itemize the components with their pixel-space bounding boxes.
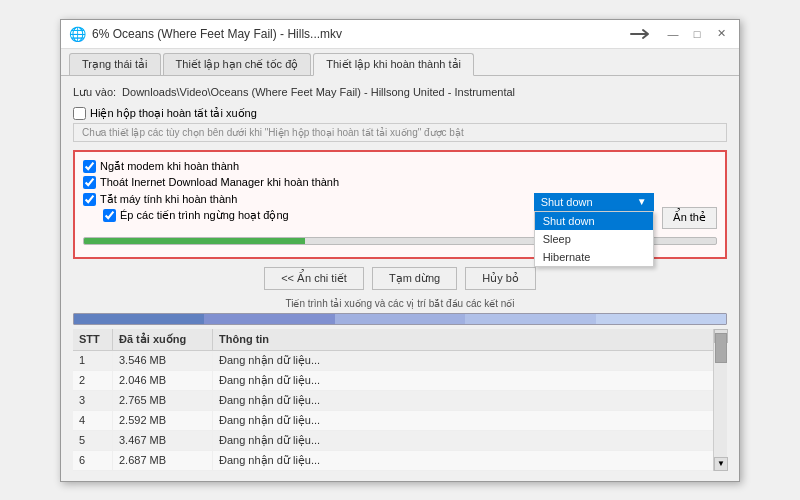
cell-downloaded: 3.467 MB (113, 431, 213, 450)
app-icon: 🌐 (69, 26, 86, 42)
tab-content: Lưu vào: Downloads\Video\Oceans (Where F… (61, 76, 739, 481)
tab-speed-limit[interactable]: Thiết lập hạn chế tốc độ (163, 53, 312, 75)
cell-info: Đang nhận dữ liệu... (213, 391, 713, 410)
dropdown-arrow-icon: ▼ (637, 196, 647, 207)
table-row: 5 3.467 MB Đang nhận dữ liệu... (73, 431, 713, 451)
cell-info: Đang nhận dữ liệu... (213, 411, 713, 430)
pause-button[interactable]: Tạm dừng (372, 267, 457, 290)
force-checkbox[interactable] (103, 209, 116, 222)
title-bar: 🌐 6% Oceans (Where Feet May Fail) - Hill… (61, 20, 739, 49)
close-button[interactable]: ✕ (711, 26, 731, 42)
table-header: STT Đã tải xuống Thông tin (73, 329, 713, 351)
cell-downloaded: 3.546 MB (113, 351, 213, 370)
scrollbar-track[interactable]: ▲ ▼ (713, 329, 727, 471)
checkbox-row-4: Ép các tiến trình ngừng hoạt động (83, 209, 526, 222)
notice-bar: Chưa thiết lập các tùy chọn bên dưới khi… (73, 123, 727, 142)
scrollbar-thumb[interactable] (715, 333, 727, 363)
table-row: 3 2.765 MB Đang nhận dữ liệu... (73, 391, 713, 411)
cell-stt: 5 (73, 431, 113, 450)
window-title: 6% Oceans (Where Feet May Fail) - Hills.… (92, 27, 623, 41)
notice-text: Chưa thiết lập các tùy chọn bên dưới khi… (82, 127, 464, 138)
col-header-downloaded: Đã tải xuống (113, 329, 213, 350)
checkbox-row-2: Thoát Inernet Download Manager khi hoàn … (83, 176, 717, 189)
save-label: Lưu vào: (73, 86, 116, 99)
quit-idm-checkbox[interactable] (83, 176, 96, 189)
cell-info: Đang nhận dữ liệu... (213, 371, 713, 390)
cell-stt: 3 (73, 391, 113, 410)
button-row: << Ẩn chi tiết Tạm dừng Hủy bỏ (73, 267, 727, 290)
table-body: 1 3.546 MB Đang nhận dữ liệu... 2 2.046 … (73, 351, 713, 471)
table-row: 6 2.687 MB Đang nhận dữ liệu... (73, 451, 713, 471)
shutdown-row: Tắt máy tính khi hoàn thành Ép các tiến … (83, 193, 717, 229)
cell-info: Đang nhận dữ liệu... (213, 351, 713, 370)
scroll-down-arrow[interactable]: ▼ (714, 457, 728, 471)
dropdown-selected: Shut down (541, 196, 593, 208)
col-header-info: Thông tin (213, 329, 713, 350)
cell-downloaded: 2.592 MB (113, 411, 213, 430)
shutdown-label: Tắt máy tính khi hoàn thành (100, 193, 237, 206)
quit-idm-label: Thoát Inernet Download Manager khi hoàn … (100, 176, 339, 188)
dropdown-item-sleep[interactable]: Sleep (535, 230, 653, 248)
checkbox-row-3: Tắt máy tính khi hoàn thành (83, 193, 526, 206)
force-label: Ép các tiến trình ngừng hoạt động (120, 209, 289, 222)
dropdown-container: Shut down ▼ Shut down Sleep Hibernate (534, 193, 654, 211)
checkboxes-left: Tắt máy tính khi hoàn thành Ép các tiến … (83, 193, 526, 225)
dropdown-menu: Shut down Sleep Hibernate (534, 211, 654, 267)
checkbox-row-1: Ngắt modem khi hoàn thành (83, 160, 717, 173)
show-dialog-checkbox[interactable] (73, 107, 86, 120)
detail-button[interactable]: << Ẩn chi tiết (264, 267, 364, 290)
cell-stt: 4 (73, 411, 113, 430)
main-window: 🌐 6% Oceans (Where Feet May Fail) - Hill… (60, 19, 740, 482)
table-content: STT Đã tải xuống Thông tin 1 3.546 MB Đa… (73, 329, 713, 471)
save-path: Downloads\Video\Oceans (Where Feet May F… (122, 86, 515, 98)
table-row: 2 2.046 MB Đang nhận dữ liệu... (73, 371, 713, 391)
arrow-icon (629, 27, 653, 41)
cancel-button[interactable]: Hủy bỏ (465, 267, 536, 290)
download-table: STT Đã tải xuống Thông tin 1 3.546 MB Đa… (73, 329, 727, 471)
table-row: 1 3.546 MB Đang nhận dữ liệu... (73, 351, 713, 371)
shutdown-dropdown[interactable]: Shut down ▼ (534, 193, 654, 211)
cell-stt: 6 (73, 451, 113, 470)
cell-downloaded: 2.046 MB (113, 371, 213, 390)
options-progress-fill (84, 238, 305, 244)
show-dialog-label: Hiện hộp thoại hoàn tất tải xuống (90, 107, 257, 120)
options-section: Ngắt modem khi hoàn thành Thoát Inernet … (73, 150, 727, 259)
cell-downloaded: 2.765 MB (113, 391, 213, 410)
cell-info: Đang nhận dữ liệu... (213, 431, 713, 450)
col-header-stt: STT (73, 329, 113, 350)
cell-info: Đang nhận dữ liệu... (213, 451, 713, 470)
save-row: Lưu vào: Downloads\Video\Oceans (Where F… (73, 86, 727, 99)
tab-status[interactable]: Trạng thái tải (69, 53, 161, 75)
cell-stt: 1 (73, 351, 113, 370)
hide-tab-button[interactable]: Ẩn thẻ (662, 207, 717, 229)
shutdown-checkbox[interactable] (83, 193, 96, 206)
cell-downloaded: 2.687 MB (113, 451, 213, 470)
table-row: 4 2.592 MB Đang nhận dữ liệu... (73, 411, 713, 431)
dropdown-item-hibernate[interactable]: Hibernate (535, 248, 653, 266)
dropdown-item-shutdown[interactable]: Shut down (535, 212, 653, 230)
segment-bar (73, 313, 727, 325)
modem-checkbox[interactable] (83, 160, 96, 173)
window-controls: — □ ✕ (663, 26, 731, 42)
progress-label: Tiến trình tải xuống và các vị trí bắt đ… (73, 298, 727, 309)
cell-stt: 2 (73, 371, 113, 390)
tab-completion[interactable]: Thiết lập khi hoàn thành tải (313, 53, 474, 76)
tab-bar: Trạng thái tải Thiết lập hạn chế tốc độ … (61, 49, 739, 76)
modem-label: Ngắt modem khi hoàn thành (100, 160, 239, 173)
maximize-button[interactable]: □ (687, 26, 707, 42)
minimize-button[interactable]: — (663, 26, 683, 42)
show-dialog-row: Hiện hộp thoại hoàn tất tải xuống (73, 107, 727, 120)
